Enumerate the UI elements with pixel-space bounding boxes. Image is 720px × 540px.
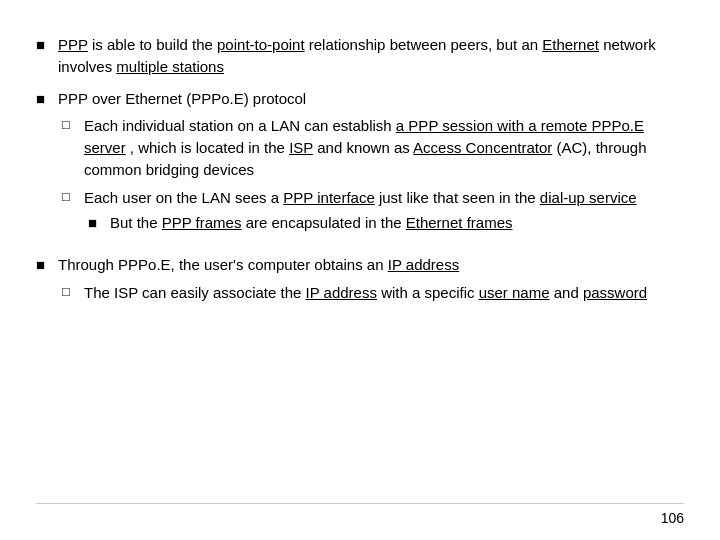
sub-list-item: □ The ISP can easily associate the IP ad… (62, 282, 684, 304)
list-item: ■ PPP over Ethernet (PPPo.E) protocol □ … (36, 88, 684, 245)
sub-item-content: Each individual station on a LAN can est… (84, 115, 684, 180)
slide-container: ■ PPP is able to build the point-to-poin… (0, 0, 720, 540)
sub-item-content: Each user on the LAN sees a PPP interfac… (84, 187, 684, 239)
sub-list-item: □ Each user on the LAN sees a PPP interf… (62, 187, 684, 239)
password-text: password (583, 284, 647, 301)
page-number: 106 (661, 510, 684, 526)
item-text: PPP over Ethernet (PPPo.E) protocol (58, 90, 306, 107)
sub-sub-item-content: But the PPP frames are encapsulated in t… (110, 212, 684, 234)
sub-sub-bullet-icon: ■ (88, 212, 110, 234)
sub-list: □ Each individual station on a LAN can e… (62, 115, 684, 238)
top-list: ■ PPP is able to build the point-to-poin… (36, 34, 684, 310)
content-area: ■ PPP is able to build the point-to-poin… (36, 24, 684, 310)
list-item: ■ Through PPPo.E, the user's computer ob… (36, 254, 684, 310)
multiple-stations-text: multiple stations (116, 58, 224, 75)
ip-address-text: IP address (388, 256, 459, 273)
ip-address-text2: IP address (306, 284, 377, 301)
ppp-frames-text: PPP frames (162, 214, 242, 231)
ppp-text: PPP (58, 36, 88, 53)
list-item: ■ PPP is able to build the point-to-poin… (36, 34, 684, 78)
slide-divider (36, 503, 684, 504)
point-to-point-text: point-to-point (217, 36, 305, 53)
item-text: PPP is able to build the point-to-point … (58, 36, 656, 75)
item-content: Through PPPo.E, the user's computer obta… (58, 254, 684, 310)
sub-sub-list-item: ■ But the PPP frames are encapsulated in… (88, 212, 684, 234)
user-name-text: user name (479, 284, 550, 301)
bullet-icon: ■ (36, 88, 58, 110)
isp-text: ISP (289, 139, 313, 156)
item-content: PPP over Ethernet (PPPo.E) protocol □ Ea… (58, 88, 684, 245)
sub-list: □ The ISP can easily associate the IP ad… (62, 282, 684, 304)
sub-list-item: □ Each individual station on a LAN can e… (62, 115, 684, 180)
sub-bullet-icon: □ (62, 188, 84, 207)
item-content: PPP is able to build the point-to-point … (58, 34, 684, 78)
dialup-text: dial-up service (540, 189, 637, 206)
bullet-icon: ■ (36, 254, 58, 276)
ethernet-frames-text: Ethernet frames (406, 214, 513, 231)
ppp-interface-text: PPP interface (283, 189, 374, 206)
sub-bullet-icon: □ (62, 283, 84, 302)
sub-item-content: The ISP can easily associate the IP addr… (84, 282, 684, 304)
sub-sub-list: ■ But the PPP frames are encapsulated in… (88, 212, 684, 234)
sub-bullet-icon: □ (62, 116, 84, 135)
ethernet-text: Ethernet (542, 36, 599, 53)
bullet-icon: ■ (36, 34, 58, 56)
access-concentrator-text: Access Concentrator (413, 139, 552, 156)
